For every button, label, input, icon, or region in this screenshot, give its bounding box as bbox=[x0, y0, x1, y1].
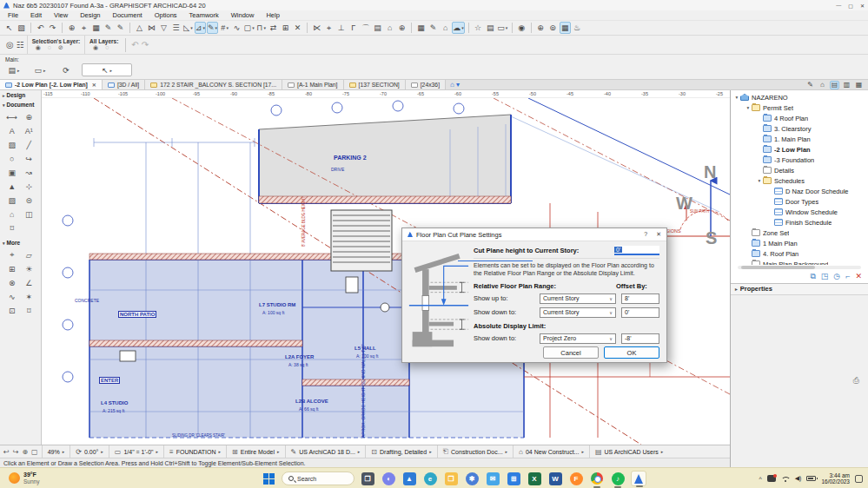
guide-lines-icon[interactable]: ◺ bbox=[182, 22, 194, 34]
dimension-tool[interactable]: ⟷ bbox=[5, 111, 18, 122]
weather-widget[interactable]: 39°F Sunny bbox=[0, 472, 39, 485]
change-tool[interactable]: ⌑ bbox=[23, 305, 36, 316]
settings[interactable]: ✱ bbox=[464, 471, 480, 486]
arc-edit-icon[interactable]: ⌒ bbox=[360, 22, 371, 34]
palette-section-document[interactable]: ▾Document bbox=[0, 100, 41, 109]
minimize-button[interactable]: — bbox=[836, 3, 841, 9]
distribute-icon[interactable]: ☰ bbox=[170, 22, 182, 34]
tab-3[interactable]: [A-1 Main Plan] bbox=[282, 80, 343, 89]
close-icon[interactable]: ✕ bbox=[92, 82, 96, 88]
floor-plan-canvas[interactable]: -115-110-105-100-95-90-85-80-75-70-65-60… bbox=[42, 90, 730, 445]
pen-sets-icon[interactable]: ✎ bbox=[805, 81, 815, 89]
interior-elevation-tool[interactable]: ⌂ bbox=[5, 208, 18, 220]
menu-file[interactable]: File bbox=[2, 11, 24, 19]
dimension-style[interactable]: ⎗Construction Doc...▸ bbox=[437, 445, 513, 458]
layout-book-icon[interactable]: ▥ bbox=[842, 81, 851, 89]
adjust-icon[interactable]: ⊥ bbox=[335, 22, 347, 34]
view-settings-icon[interactable]: ◳ bbox=[821, 272, 829, 280]
renovation-filter[interactable]: ⌂04 New Construct...▸ bbox=[513, 445, 589, 458]
favorites-icon[interactable]: ☆ bbox=[473, 22, 484, 34]
start-button[interactable] bbox=[261, 471, 276, 486]
show-selection-layer-icon[interactable]: ◉ bbox=[36, 44, 41, 51]
cloud-icon[interactable]: ☁ bbox=[452, 22, 465, 34]
elevation-tool[interactable]: ⊜ bbox=[23, 195, 36, 206]
detail-tool[interactable]: ▨ bbox=[5, 195, 18, 206]
undo-icon[interactable]: ↶ bbox=[35, 22, 46, 34]
find-select-icon[interactable]: ⊕ bbox=[66, 22, 77, 34]
absolute-offset-input[interactable]: -8' bbox=[621, 333, 659, 344]
tray-chevron-icon[interactable]: ^ bbox=[759, 476, 761, 482]
layers-icon[interactable]: ▤ bbox=[372, 22, 383, 34]
object-tool[interactable]: ⊗ bbox=[5, 277, 18, 288]
menu-teamwork[interactable]: Teamwork bbox=[183, 11, 225, 19]
library-manager-icon[interactable]: ▦ bbox=[560, 22, 571, 34]
dialog-title-bar[interactable]: Floor Plan Cut Plane Settings ? ✕ bbox=[402, 228, 666, 241]
pick-up-parameters-icon[interactable]: ✎ bbox=[103, 22, 114, 34]
hotlink-icon[interactable]: ♨ bbox=[572, 22, 583, 34]
task-view[interactable]: ❒ bbox=[360, 471, 375, 486]
menu-design[interactable]: Design bbox=[74, 11, 106, 19]
polyline-tool[interactable]: ↪ bbox=[23, 153, 36, 164]
level-dimension-tool[interactable]: ⊕ bbox=[23, 111, 36, 122]
store[interactable]: ⊞ bbox=[506, 471, 521, 486]
favorites[interactable]: ▤US ArchiCAD Users▸ bbox=[589, 445, 668, 458]
hotspot-tool[interactable]: ⊹ bbox=[23, 181, 36, 192]
rotate-tool[interactable]: ⟳ bbox=[56, 63, 76, 76]
pen-set[interactable]: ✎US ArchiCAD 18 D...▸ bbox=[285, 445, 366, 458]
fillet-icon[interactable]: Γ bbox=[348, 22, 359, 34]
snap-points-icon[interactable]: ✎ bbox=[207, 22, 218, 34]
properties-panel-header[interactable]: ▸ Properties bbox=[731, 283, 868, 294]
wall-tool[interactable]: ▤▸ bbox=[3, 63, 24, 76]
view-forward-icon[interactable]: ↪ bbox=[13, 448, 19, 456]
dialog-close-button[interactable]: ✕ bbox=[656, 231, 661, 238]
grid-display-icon[interactable]: # bbox=[219, 22, 230, 34]
arrow-tool[interactable]: ↖▸ bbox=[82, 63, 132, 76]
suspend-groups-icon[interactable]: ◎ bbox=[6, 40, 14, 49]
tree-item[interactable]: Main Plan Background bbox=[731, 259, 868, 265]
menu-edit[interactable]: Edit bbox=[24, 11, 48, 19]
show-up-to-offset-input[interactable]: 8' bbox=[621, 293, 659, 304]
tab-0[interactable]: -2 Low Plan [-2. Low Plan]✕ bbox=[0, 80, 103, 89]
render-icon[interactable]: ◉ bbox=[516, 22, 527, 34]
magic-wand-icon[interactable]: ☷ bbox=[17, 40, 24, 49]
annotate-icon[interactable]: ✎ bbox=[427, 22, 439, 34]
firefox[interactable]: F bbox=[568, 471, 584, 486]
expander-icon[interactable]: ▾ bbox=[733, 95, 740, 100]
show-down-to-select[interactable]: Current Story ∨ bbox=[540, 307, 616, 318]
tree-item[interactable]: 3. Clearstory bbox=[731, 123, 868, 134]
chrome[interactable] bbox=[589, 471, 605, 486]
printer-icon[interactable]: ⎙ bbox=[853, 376, 859, 386]
tree-item[interactable]: 1. Main Plan bbox=[731, 134, 868, 144]
tree-item[interactable]: Details bbox=[731, 165, 868, 175]
maximize-button[interactable]: ▢ bbox=[848, 3, 853, 9]
file-explorer[interactable]: ❒ bbox=[443, 471, 459, 486]
align-icon[interactable]: ▽ bbox=[158, 22, 169, 34]
spline-tool[interactable]: ↝ bbox=[23, 167, 36, 178]
worksheet-tool[interactable]: ◫ bbox=[23, 208, 36, 220]
lock-icon[interactable]: ⊓ bbox=[255, 22, 267, 34]
menu-view[interactable]: View bbox=[48, 11, 74, 19]
stories-icon[interactable]: ⌂ bbox=[384, 22, 395, 34]
project-map-icon[interactable]: ⌂ bbox=[818, 81, 827, 89]
tab-2[interactable]: 172 2 STAIR _BALCONY S. SECTION [17... bbox=[145, 80, 282, 89]
label-tool[interactable]: A¹ bbox=[23, 125, 36, 136]
palette-section-more[interactable]: ▾More bbox=[0, 238, 41, 247]
teamwork-send-icon[interactable]: ⊕ bbox=[535, 22, 547, 34]
search-pill[interactable]: Search bbox=[282, 472, 354, 485]
expander-icon[interactable]: ▾ bbox=[745, 105, 752, 110]
menu-document[interactable]: Document bbox=[107, 11, 149, 19]
clock[interactable]: 3:44 am16/02/2023 bbox=[821, 472, 850, 485]
spline-edit-icon[interactable]: ∿ bbox=[231, 22, 242, 34]
navigator-hscrollbar[interactable] bbox=[738, 266, 861, 269]
hide-selection-layer-icon[interactable]: ⊘ bbox=[58, 44, 63, 51]
lamp-tool[interactable]: ☀ bbox=[23, 263, 36, 274]
slab-tool[interactable]: ▭▸ bbox=[30, 63, 50, 76]
element-settings-icon[interactable]: ▤ bbox=[485, 22, 496, 34]
lock-selection-layer-icon[interactable]: ◌ bbox=[48, 44, 51, 51]
redo-icon[interactable]: ↷ bbox=[47, 22, 58, 34]
grid-snap-icon[interactable]: ▦ bbox=[90, 22, 102, 34]
publisher-sets-icon[interactable]: ▦ bbox=[854, 81, 864, 89]
layer-combination[interactable]: ≡FOUNDATION▸ bbox=[163, 445, 226, 458]
tree-item[interactable]: -2 Low Plan bbox=[731, 144, 868, 155]
scale[interactable]: ▭1/4" = 1'-0"▸ bbox=[109, 445, 163, 458]
